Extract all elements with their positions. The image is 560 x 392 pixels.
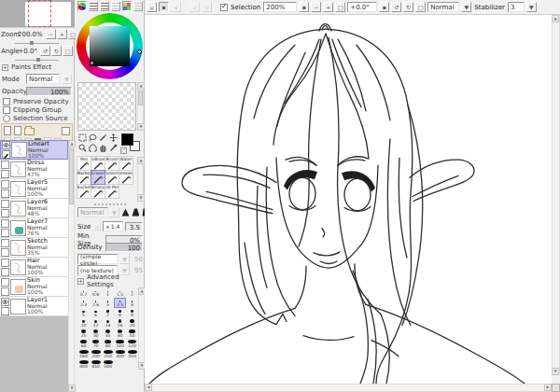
- brush-edge-soft-icon[interactable]: [120, 207, 130, 217]
- size-preset-160[interactable]: 160: [77, 349, 90, 359]
- clipping-group-checkbox[interactable]: [3, 106, 10, 114]
- brush-blend-dropdown-button[interactable]: ▼: [109, 207, 119, 217]
- size-preset-1.5[interactable]: 1.5: [114, 287, 126, 298]
- angle-slider-knob[interactable]: [36, 58, 40, 62]
- lasso-icon[interactable]: [88, 133, 97, 142]
- hsv-sliders-tab[interactable]: [100, 1, 109, 11]
- scratchpad-tab[interactable]: [133, 1, 143, 11]
- mode-dropdown-button[interactable]: ▼: [62, 74, 72, 84]
- tool-grid-scrollbar[interactable]: ▲ ▼: [137, 157, 144, 202]
- layer-visibility-toggle[interactable]: [2, 141, 10, 149]
- tool-deselect[interactable]: Deselect: [119, 170, 133, 185]
- layer-mask-icon[interactable]: [62, 127, 70, 135]
- size-preset-20[interactable]: 20: [126, 318, 138, 329]
- zoom-in-button[interactable]: +: [57, 29, 67, 39]
- new-layer-icon[interactable]: [4, 126, 11, 135]
- rotate-cw-button[interactable]: ↻: [51, 46, 62, 56]
- magic-wand-icon[interactable]: [98, 133, 107, 142]
- size-preset-9[interactable]: 9: [126, 308, 138, 318]
- zoom-out-button[interactable]: −: [46, 29, 56, 39]
- layer-visibility-toggle[interactable]: [1, 161, 9, 169]
- tool-water[interactable]: Water: [119, 156, 133, 171]
- new-linework-layer-icon[interactable]: [14, 126, 21, 135]
- rotate-canvas-icon[interactable]: [88, 143, 97, 152]
- layer-visibility-toggle[interactable]: [1, 200, 9, 208]
- tool-marker[interactable]: Marker: [77, 170, 91, 185]
- tool-bucket[interactable]: Bucket: [77, 184, 91, 199]
- opacity-slider[interactable]: 100%: [26, 87, 72, 96]
- angle-reset-button[interactable]: □: [415, 2, 426, 12]
- tool-pen[interactable]: Pen: [77, 156, 91, 171]
- scroll-down-arrow-icon[interactable]: ▼: [552, 368, 559, 375]
- toolbar-button-2[interactable]: ▪: [159, 2, 169, 12]
- stabilizer-dropdown-button[interactable]: ▼: [526, 2, 537, 12]
- eyedropper-icon[interactable]: [108, 143, 118, 152]
- brush-blend-dropdown[interactable]: Normal: [77, 207, 108, 217]
- size-preset-300[interactable]: 300: [114, 349, 126, 359]
- angle-field[interactable]: +0.0°: [347, 2, 377, 12]
- layer-edit-toggle[interactable]: [1, 268, 9, 276]
- size-preset-100[interactable]: 100: [114, 339, 126, 349]
- brush-shape-dropdown[interactable]: (simple circle): [77, 254, 118, 264]
- rotate-cw-button[interactable]: ↻: [403, 2, 413, 12]
- rotate-ccw-button[interactable]: ↺: [40, 46, 50, 56]
- move-icon[interactable]: [108, 133, 118, 142]
- layer-edit-toggle[interactable]: [1, 189, 9, 198]
- scroll-up-arrow-icon[interactable]: ▲: [552, 15, 559, 22]
- zoom-reset-button[interactable]: □: [335, 2, 345, 12]
- hue-marker[interactable]: [137, 49, 142, 54]
- transparent-color-swatch[interactable]: [120, 147, 127, 154]
- size-preset-12[interactable]: 12: [90, 318, 102, 329]
- scratchpad-area[interactable]: [77, 82, 136, 131]
- angle-reset-button[interactable]: □: [63, 46, 73, 56]
- scroll-up-arrow-icon[interactable]: ▲: [137, 157, 145, 164]
- sampling-mode-dropdown-button[interactable]: ▼: [461, 2, 471, 12]
- zoom-menu-button[interactable]: ▪: [299, 2, 309, 12]
- layer-visibility-toggle[interactable]: [1, 278, 9, 287]
- layer-edit-toggle[interactable]: [1, 170, 9, 178]
- size-grid-scrollbar[interactable]: ▲ ▼: [138, 287, 145, 370]
- tool-airbrush[interactable]: AirBrush: [91, 156, 105, 171]
- rect-select-icon[interactable]: [77, 133, 87, 142]
- scrollbar-thumb[interactable]: [138, 91, 143, 105]
- zoom-percent-field[interactable]: 200%: [263, 2, 297, 12]
- tool-select[interactable]: Select: [105, 170, 119, 185]
- angle-slider[interactable]: [15, 57, 59, 61]
- layer-item[interactable]: Layer7Normal76%: [0, 218, 68, 238]
- size-preset-120[interactable]: 120: [126, 339, 138, 349]
- layer-edit-toggle[interactable]: [1, 229, 9, 237]
- scroll-down-arrow-icon[interactable]: ▼: [68, 385, 76, 392]
- size-preset-16[interactable]: 16: [114, 318, 126, 329]
- brush-shape-dropdown-button[interactable]: ▼: [119, 254, 130, 264]
- toolbar-button-3[interactable]: ▫: [171, 2, 181, 12]
- tool-binary[interactable]: Binary: [91, 184, 105, 199]
- layer-item[interactable]: Layer5Normal100%: [0, 179, 68, 199]
- size-slider[interactable]: 3.5: [125, 222, 143, 231]
- hand-icon[interactable]: [98, 143, 107, 152]
- expand-icon[interactable]: +: [77, 278, 84, 285]
- size-preset-2.6[interactable]: 2.6: [90, 298, 102, 308]
- layer-edit-toggle[interactable]: [1, 209, 9, 217]
- brush-edge-medium-icon[interactable]: [131, 207, 140, 217]
- scroll-left-arrow-icon[interactable]: ◀: [145, 384, 152, 391]
- layer-edit-toggle[interactable]: [1, 248, 9, 257]
- layer-item[interactable]: DressNormal47%: [0, 160, 68, 179]
- stabilizer-dropdown[interactable]: 3: [508, 2, 525, 12]
- layer-list-scrollbar[interactable]: ▲ ▼: [68, 140, 75, 392]
- layer-edit-toggle[interactable]: [1, 307, 9, 315]
- sampling-mode-dropdown[interactable]: Normal: [427, 2, 459, 12]
- selection-checkbox[interactable]: ✓: [220, 4, 228, 11]
- size-preset-5[interactable]: 5: [77, 308, 90, 318]
- layer-item[interactable]: LineartNormal100%: [0, 140, 68, 160]
- layer-item[interactable]: HairNormal100%: [0, 258, 68, 277]
- size-preset-30[interactable]: 30: [90, 329, 102, 339]
- size-preset-80[interactable]: 80: [102, 339, 114, 349]
- canvas-horizontal-scrollbar[interactable]: ◀ ▶: [145, 384, 552, 392]
- scroll-down-arrow-icon[interactable]: ▼: [137, 123, 145, 131]
- color-mixer-tab[interactable]: [111, 1, 120, 11]
- size-preset-4[interactable]: 4: [126, 298, 138, 308]
- size-preset-14[interactable]: 14: [102, 318, 114, 329]
- size-preset-3.5[interactable]: 3.5: [114, 298, 126, 308]
- layer-item[interactable]: SketchNormal35%: [0, 238, 68, 258]
- saturation-value-box[interactable]: [90, 26, 130, 66]
